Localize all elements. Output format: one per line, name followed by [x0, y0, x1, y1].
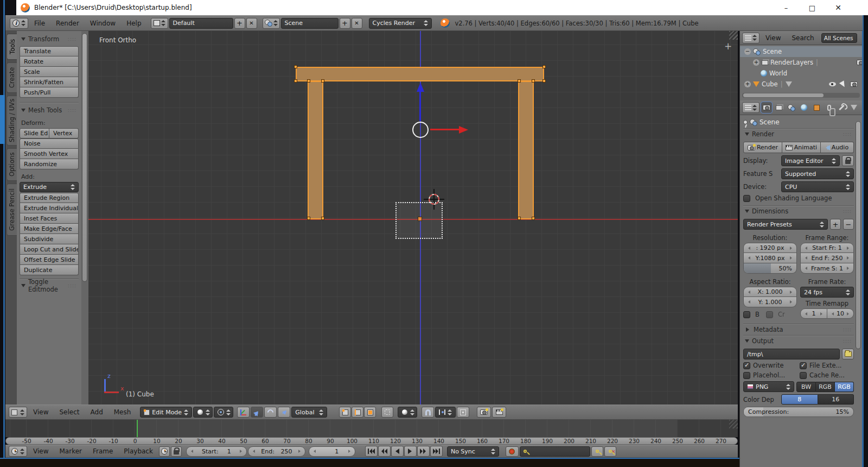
extrude-select[interactable]: Extrude — [20, 182, 79, 192]
camera-icon[interactable] — [857, 60, 862, 65]
insert-keyframe-button[interactable] — [591, 446, 603, 457]
manipulator-translate-button[interactable] — [251, 407, 263, 418]
duplicate-button[interactable]: Duplicate — [20, 265, 79, 275]
tree-item-scene[interactable]: Scene — [740, 46, 862, 57]
vertex-dot[interactable] — [321, 217, 324, 220]
tab-modifiers[interactable] — [836, 102, 847, 113]
scene-delete-button[interactable] — [352, 18, 362, 29]
slide-vertex-button[interactable]: Vertex — [49, 128, 79, 138]
jump-to-end-button[interactable] — [430, 446, 443, 457]
layout-select[interactable]: Default — [169, 18, 233, 29]
offset-edge-slide-button[interactable]: Offset Edge Slide — [20, 255, 79, 265]
animation-button[interactable]: Animati — [782, 142, 821, 153]
vertex-dot[interactable] — [532, 79, 535, 83]
timeline-ruler[interactable]: -50-40-30-20-100102030405060708090100110… — [5, 437, 738, 445]
make-edge-face-button[interactable]: Make Edge/Face — [20, 224, 79, 234]
metadata-section-header[interactable]: Metadata — [743, 324, 854, 335]
menu-add[interactable]: Add — [86, 408, 108, 416]
frame-start-field[interactable]: Start Fr: 1 — [800, 243, 854, 253]
menu-playback[interactable]: Playback — [119, 447, 158, 455]
tab-object[interactable] — [811, 102, 822, 113]
tab-object-data[interactable] — [848, 102, 859, 113]
output-section-header[interactable]: Output — [743, 336, 854, 346]
delete-keyframe-button[interactable] — [604, 446, 616, 457]
jump-to-start-button[interactable] — [365, 446, 378, 457]
render-presets-select[interactable]: Render Presets — [743, 219, 828, 230]
loop-cut-slide-button[interactable]: Loop Cut and Slide — [20, 244, 79, 255]
toolshelf-scrollbar[interactable] — [82, 33, 87, 282]
render-button[interactable]: Render — [743, 142, 782, 153]
prev-keyframe-button[interactable] — [378, 446, 391, 457]
smooth-vertex-button[interactable]: Smooth Vertex — [20, 149, 79, 159]
scene-add-button[interactable] — [340, 18, 350, 29]
eye-icon[interactable] — [829, 82, 836, 86]
color-depth-16-button[interactable]: 16 — [818, 394, 854, 405]
tab-render-properties[interactable] — [761, 102, 772, 113]
toggle-editmode-panel-header[interactable]: Toggle Editmode — [20, 280, 79, 291]
expand-icon[interactable] — [753, 59, 760, 66]
end-frame-field[interactable]: End:250 — [248, 446, 305, 457]
display-select[interactable]: Image Editor — [781, 155, 840, 166]
next-keyframe-button[interactable] — [417, 446, 430, 457]
viewport-3d[interactable]: Front Ortho (1) Cube z x — [88, 31, 738, 405]
manipulator-scale-button[interactable] — [278, 407, 290, 418]
outliner-scrollbar[interactable] — [743, 93, 824, 97]
cache-result-checkbox[interactable] — [800, 372, 807, 379]
menu-view-outliner[interactable]: View — [761, 34, 786, 42]
manipulator-z-arrowhead[interactable] — [417, 83, 424, 92]
color-depth-8-button[interactable]: 8 — [781, 394, 818, 405]
layout-icon-button[interactable] — [151, 18, 168, 29]
tab-tools[interactable]: Tools — [7, 34, 17, 60]
current-frame-marker[interactable] — [137, 420, 138, 437]
tab-world[interactable] — [799, 102, 809, 113]
editor-type-outliner-button[interactable] — [742, 33, 760, 43]
translate-button[interactable]: Translate — [20, 46, 79, 56]
tree-item-world[interactable]: World — [740, 68, 862, 79]
selectable-cursor-icon[interactable] — [839, 80, 847, 89]
rgba-button[interactable]: RGB — [835, 382, 854, 392]
tab-create[interactable]: Create — [7, 62, 17, 93]
frame-step-field[interactable]: Frame S: 1 — [800, 263, 854, 274]
record-button[interactable] — [506, 446, 519, 457]
close-button[interactable]: ✕ — [825, 1, 851, 15]
start-frame-field[interactable]: Start:1 — [186, 446, 247, 457]
mesh-tools-panel-header[interactable]: Mesh Tools — [20, 105, 79, 116]
preview-range-button[interactable] — [159, 446, 170, 457]
collapse-icon[interactable] — [744, 48, 751, 55]
manipulator-x-arrow[interactable] — [430, 129, 459, 130]
edge-select-mode-button[interactable] — [352, 407, 363, 418]
resolution-y-field[interactable]: Y:1080 px — [743, 253, 797, 263]
dimensions-section-header[interactable]: Dimensions — [743, 206, 854, 217]
placeholders-checkbox[interactable] — [743, 372, 750, 379]
menu-file[interactable]: File — [29, 20, 50, 27]
expand-icon[interactable] — [744, 81, 751, 87]
scenes-filter-select[interactable]: All Scenes — [821, 33, 857, 43]
slide-edge-button[interactable]: Slide Ed — [20, 128, 49, 138]
preset-add-button[interactable] — [830, 219, 841, 230]
remap-old-field[interactable]: 1 — [800, 308, 827, 319]
noise-button[interactable]: Noise — [20, 138, 79, 149]
file-extensions-checkbox[interactable] — [800, 362, 807, 369]
face-select-mode-button[interactable] — [364, 407, 376, 418]
vertex-select-mode-button[interactable] — [339, 407, 351, 418]
tab-render-layers[interactable] — [774, 102, 784, 113]
pin-icon[interactable] — [743, 120, 748, 124]
editor-type-info-button[interactable] — [10, 18, 28, 29]
orientation-select[interactable]: Global — [291, 407, 327, 418]
scene-select[interactable]: Scene — [281, 18, 339, 29]
render-animation-quick-button[interactable] — [492, 407, 506, 418]
timeline-track[interactable] — [5, 420, 738, 437]
resolution-x-field[interactable]: : 1920 px — [743, 243, 797, 253]
aspect-x-field[interactable]: X: 1.000 — [743, 287, 797, 297]
vertex-dot[interactable] — [307, 79, 310, 83]
tab-shading-uvs[interactable]: Shading / UVs — [7, 96, 17, 146]
snap-element-select[interactable] — [435, 407, 456, 418]
vertex-dot[interactable] — [532, 217, 535, 220]
mode-select[interactable]: Edit Mode — [140, 407, 192, 418]
keying-set-select[interactable] — [520, 446, 590, 457]
push-pull-button[interactable]: Push/Pull — [20, 87, 79, 98]
scene-icon-button[interactable] — [263, 18, 280, 29]
crop-checkbox[interactable] — [766, 311, 773, 318]
area-corner-handle[interactable] — [729, 31, 738, 40]
audio-button[interactable]: Audio — [821, 142, 854, 153]
